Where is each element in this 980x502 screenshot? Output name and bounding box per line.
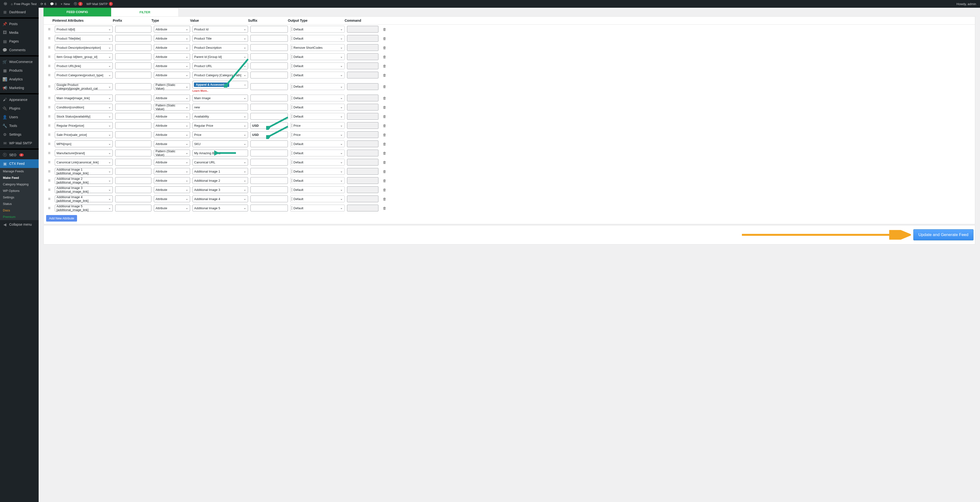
- type-select[interactable]: Attribute: [154, 177, 190, 184]
- collapse-menu[interactable]: ◀Collapse menu: [0, 220, 39, 229]
- type-select[interactable]: Attribute: [154, 195, 190, 202]
- type-select[interactable]: Attribute: [154, 62, 190, 69]
- update-generate-button[interactable]: Update and Generate Feed: [913, 229, 974, 240]
- delete-row-button[interactable]: 🗑: [381, 64, 388, 68]
- type-select[interactable]: Attribute: [154, 113, 190, 120]
- delete-row-button[interactable]: 🗑: [381, 160, 388, 164]
- type-select[interactable]: Attribute: [154, 131, 190, 138]
- learn-more-link[interactable]: Learn More..: [192, 89, 248, 92]
- type-select[interactable]: Attribute: [154, 159, 190, 165]
- delete-row-button[interactable]: 🗑: [381, 197, 388, 201]
- suffix-input[interactable]: [250, 159, 288, 165]
- attribute-select[interactable]: Product Id[id]: [55, 26, 113, 33]
- prefix-input[interactable]: [115, 35, 151, 42]
- command-input[interactable]: [347, 71, 379, 78]
- sidebar-item-appearance[interactable]: 🖌Appearance: [0, 95, 39, 104]
- attribute-select[interactable]: Canonical Link[canonical_link]: [55, 159, 113, 165]
- command-input[interactable]: [347, 131, 379, 138]
- type-select[interactable]: Attribute: [154, 168, 190, 175]
- drag-handle-icon[interactable]: ≡: [46, 169, 52, 174]
- submenu-status[interactable]: Status: [0, 200, 39, 207]
- command-input[interactable]: [347, 44, 379, 51]
- howdy-link[interactable]: Howdy, admin: [955, 0, 978, 8]
- command-input[interactable]: [347, 83, 379, 90]
- command-input[interactable]: [347, 122, 379, 129]
- prefix-input[interactable]: [115, 26, 151, 33]
- command-input[interactable]: [347, 104, 379, 111]
- prefix-input[interactable]: [115, 113, 151, 120]
- output-type-select[interactable]: Default: [290, 71, 345, 78]
- suffix-input[interactable]: [250, 44, 288, 51]
- type-select[interactable]: Attribute: [154, 53, 190, 60]
- prefix-input[interactable]: [115, 44, 151, 51]
- delete-row-button[interactable]: 🗑: [381, 37, 388, 41]
- value-select[interactable]: Product Title: [192, 35, 248, 42]
- delete-row-button[interactable]: 🗑: [381, 170, 388, 173]
- output-type-select[interactable]: Price: [290, 122, 345, 129]
- output-type-select[interactable]: Default: [290, 53, 345, 60]
- command-input[interactable]: [347, 53, 379, 60]
- command-input[interactable]: [347, 26, 379, 33]
- type-select[interactable]: Pattern (Static Value): [154, 149, 190, 156]
- prefix-input[interactable]: [115, 205, 151, 211]
- sidebar-item-dashboard[interactable]: ⊞Dashboard: [0, 8, 39, 16]
- value-select[interactable]: Product Category [Category Path]: [192, 71, 248, 78]
- delete-row-button[interactable]: 🗑: [381, 46, 388, 50]
- attribute-select[interactable]: Regular Price[price]: [55, 122, 113, 129]
- output-type-select[interactable]: Default: [290, 113, 345, 120]
- drag-handle-icon[interactable]: ≡: [46, 178, 52, 183]
- value-input[interactable]: new: [192, 104, 248, 111]
- drag-handle-icon[interactable]: ≡: [46, 160, 52, 165]
- delete-row-button[interactable]: 🗑: [381, 206, 388, 210]
- type-select[interactable]: Attribute: [154, 140, 190, 147]
- attribute-select[interactable]: Additional Image 2 [additional_image_lin…: [55, 177, 113, 184]
- value-select[interactable]: Product URL: [192, 62, 248, 69]
- suffix-input[interactable]: USD: [250, 122, 288, 129]
- output-type-select[interactable]: Default: [290, 104, 345, 111]
- output-type-select[interactable]: Default: [290, 83, 345, 90]
- attribute-select[interactable]: Product Categories[product_type]: [55, 71, 113, 78]
- command-input[interactable]: [347, 186, 379, 193]
- drag-handle-icon[interactable]: ≡: [46, 105, 52, 110]
- value-select[interactable]: Availability: [192, 113, 248, 120]
- suffix-input[interactable]: [250, 140, 288, 147]
- drag-handle-icon[interactable]: ≡: [46, 27, 52, 32]
- output-type-select[interactable]: Default: [290, 95, 345, 102]
- output-type-select[interactable]: Default: [290, 186, 345, 193]
- suffix-input[interactable]: [250, 186, 288, 193]
- suffix-input[interactable]: USD: [250, 131, 288, 138]
- attribute-select[interactable]: Main Image[image_link]: [55, 95, 113, 102]
- attribute-select[interactable]: Product URL[link]: [55, 62, 113, 69]
- value-select[interactable]: Canonical URL: [192, 159, 248, 165]
- submenu-docs[interactable]: Docs: [0, 207, 39, 214]
- command-input[interactable]: [347, 140, 379, 147]
- yoast-link[interactable]: Ⓨ2: [72, 0, 84, 8]
- suffix-input[interactable]: [250, 177, 288, 184]
- delete-row-button[interactable]: 🗑: [381, 179, 388, 183]
- prefix-input[interactable]: [115, 149, 151, 156]
- submenu-wp-options[interactable]: WP Options: [0, 187, 39, 194]
- value-select[interactable]: Main Image: [192, 95, 248, 102]
- delete-row-button[interactable]: 🗑: [381, 114, 388, 119]
- command-input[interactable]: [347, 95, 379, 102]
- output-type-select[interactable]: Default: [290, 149, 345, 156]
- attribute-select[interactable]: Item Group Id[item_group_id]: [55, 53, 113, 60]
- prefix-input[interactable]: [115, 159, 151, 165]
- value-tagbox[interactable]: Apparel & Accessories: [192, 81, 248, 89]
- drag-handle-icon[interactable]: ≡: [46, 151, 52, 156]
- suffix-input[interactable]: [250, 113, 288, 120]
- prefix-input[interactable]: [115, 62, 151, 69]
- command-input[interactable]: [347, 62, 379, 69]
- attribute-select[interactable]: Product Title[title]: [55, 35, 113, 42]
- prefix-input[interactable]: [115, 186, 151, 193]
- prefix-input[interactable]: [115, 177, 151, 184]
- command-input[interactable]: [347, 159, 379, 165]
- sidebar-item-comments[interactable]: 💬Comments: [0, 46, 39, 54]
- drag-handle-icon[interactable]: ≡: [46, 187, 52, 192]
- delete-row-button[interactable]: 🗑: [381, 105, 388, 109]
- output-type-select[interactable]: Remove ShortCodes: [290, 44, 345, 51]
- drag-handle-icon[interactable]: ≡: [46, 114, 52, 119]
- value-select[interactable]: Price: [192, 131, 248, 138]
- sidebar-item-pages[interactable]: ▤Pages: [0, 37, 39, 46]
- attribute-select[interactable]: Product Description[description]: [55, 44, 113, 51]
